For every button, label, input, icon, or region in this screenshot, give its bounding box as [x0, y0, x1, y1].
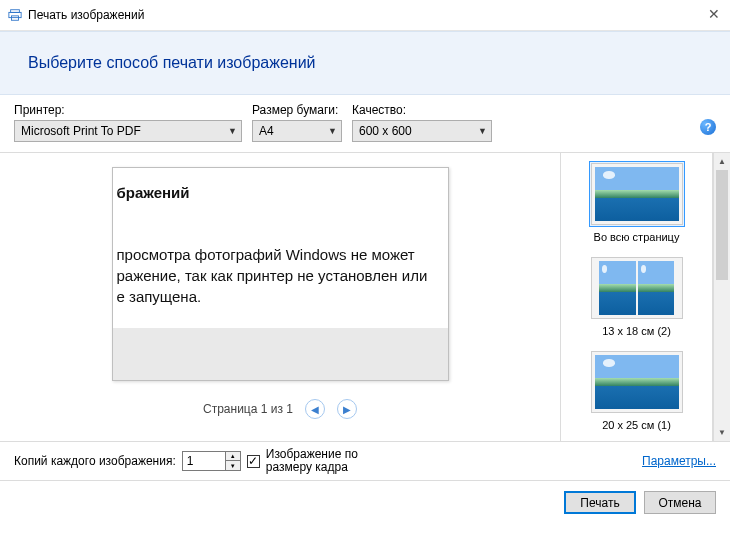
close-button[interactable]: ✕ [708, 6, 720, 22]
page-indicator: Страница 1 из 1 [203, 402, 293, 416]
banner: Выберите способ печати изображений [0, 31, 730, 95]
layout-option-20x25[interactable]: 20 x 25 см (1) [589, 349, 685, 431]
layout-option-full[interactable]: Во всю страницу [589, 161, 685, 243]
copies-input[interactable] [182, 451, 226, 471]
copies-label: Копий каждого изображения: [14, 454, 176, 468]
quality-select[interactable]: 600 x 600 ▼ [352, 120, 492, 142]
scroll-up-button[interactable]: ▲ [714, 153, 730, 170]
button-row: Печать Отмена [0, 480, 730, 524]
preview-text: просмотра фотографий Windows не может [117, 246, 415, 263]
scroll-track[interactable] [714, 170, 730, 424]
quality-label: Качество: [352, 103, 492, 117]
printer-label: Принтер: [14, 103, 242, 117]
scroll-down-button[interactable]: ▼ [714, 424, 730, 441]
spinner-down[interactable]: ▼ [226, 461, 240, 470]
banner-heading: Выберите способ печати изображений [28, 54, 702, 72]
pager: Страница 1 из 1 ◀ ▶ [203, 399, 357, 419]
fit-label: Изображение по размеру кадра [266, 448, 386, 474]
next-page-button[interactable]: ▶ [337, 399, 357, 419]
paper-select[interactable]: A4 ▼ [252, 120, 342, 142]
help-icon[interactable]: ? [700, 119, 716, 135]
titlebar: Печать изображений ✕ [0, 0, 730, 30]
chevron-down-icon: ▼ [478, 126, 487, 136]
cancel-button[interactable]: Отмена [644, 491, 716, 514]
paper-label: Размер бумаги: [252, 103, 342, 117]
preview-text: бражений [117, 184, 190, 201]
controls-row: Принтер: Microsoft Print To PDF ▼ Размер… [0, 95, 730, 152]
chevron-down-icon: ▼ [228, 126, 237, 136]
print-button[interactable]: Печать [564, 491, 636, 514]
printer-select[interactable]: Microsoft Print To PDF ▼ [14, 120, 242, 142]
printer-value: Microsoft Print To PDF [21, 124, 141, 138]
preview-pane: бражений просмотра фотографий Windows не… [0, 153, 560, 441]
preview-footer [113, 328, 448, 380]
layout-list: Во всю страницу 13 x 18 см (2) 20 x 25 с… [560, 153, 713, 441]
fit-checkbox[interactable]: ✓ [247, 455, 260, 468]
layout-label: 20 x 25 см (1) [602, 419, 671, 431]
spinner-up[interactable]: ▲ [226, 452, 240, 461]
main-row: бражений просмотра фотографий Windows не… [0, 153, 730, 441]
paper-value: A4 [259, 124, 274, 138]
settings-link[interactable]: Параметры... [642, 454, 716, 468]
svg-rect-1 [9, 12, 21, 17]
prev-page-button[interactable]: ◀ [305, 399, 325, 419]
scrollbar[interactable]: ▲ ▼ [713, 153, 730, 441]
layout-option-13x18[interactable]: 13 x 18 см (2) [589, 255, 685, 337]
layout-label: Во всю страницу [594, 231, 680, 243]
copies-spinner[interactable]: ▲ ▼ [182, 451, 241, 471]
preview-text: е запущена. [117, 288, 202, 305]
window-title: Печать изображений [28, 8, 144, 22]
chevron-down-icon: ▼ [328, 126, 337, 136]
page-preview: бражений просмотра фотографий Windows не… [112, 167, 449, 381]
check-icon: ✓ [248, 454, 258, 468]
layout-label: 13 x 18 см (2) [602, 325, 671, 337]
quality-value: 600 x 600 [359, 124, 412, 138]
preview-text: ражение, так как принтер не установлен и… [117, 267, 428, 284]
scroll-thumb[interactable] [716, 170, 728, 280]
options-row: Копий каждого изображения: ▲ ▼ ✓ Изображ… [0, 442, 730, 480]
printer-icon [8, 8, 22, 22]
